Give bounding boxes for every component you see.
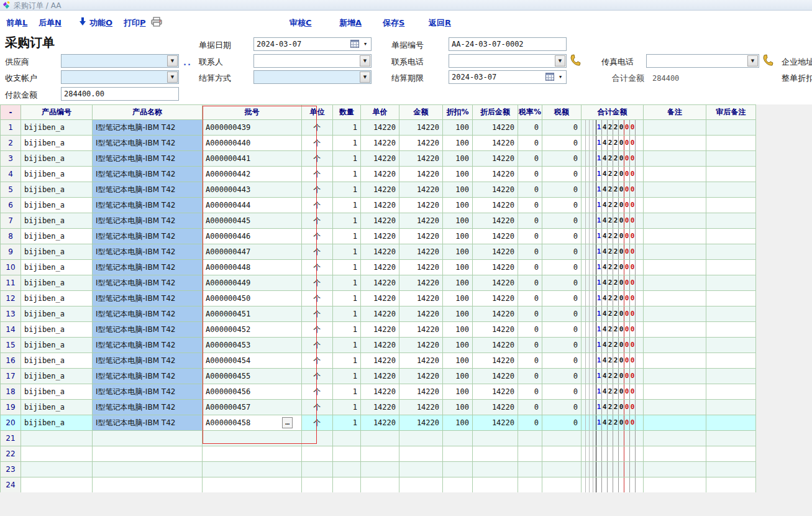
- cell-unit[interactable]: 个: [302, 322, 333, 338]
- cell-discount[interactable]: 100: [443, 244, 473, 260]
- cell-tax[interactable]: [542, 446, 582, 462]
- cell-amount[interactable]: 14220: [399, 322, 443, 338]
- cell-price[interactable]: 14220: [361, 322, 399, 338]
- cell-unit[interactable]: 个: [302, 229, 333, 244]
- cell-price[interactable]: [361, 446, 399, 462]
- cell-batch[interactable]: [203, 446, 302, 462]
- cell-tax[interactable]: 0: [542, 198, 582, 213]
- cell-product-code[interactable]: [21, 446, 93, 462]
- cell-unit[interactable]: 个: [302, 384, 333, 400]
- cell-tax-rate[interactable]: 0: [518, 136, 542, 151]
- cell-row-number[interactable]: 9: [1, 244, 21, 260]
- cell-tax[interactable]: 0: [542, 322, 582, 338]
- cell-audit-note[interactable]: [706, 400, 756, 415]
- cell-discount[interactable]: 100: [443, 338, 473, 353]
- cell-batch[interactable]: [203, 462, 302, 477]
- cell-qty[interactable]: 1: [333, 244, 361, 260]
- cell-qty[interactable]: 1: [333, 260, 361, 275]
- cell-product-name[interactable]: I型笔记本电脑-IBM T42: [93, 260, 203, 275]
- cell-tax[interactable]: 0: [542, 182, 582, 198]
- cell-discount[interactable]: 100: [443, 198, 473, 213]
- cell-discounted-amount[interactable]: 14220: [473, 415, 518, 431]
- cell-product-code[interactable]: bijiben_a: [21, 322, 93, 338]
- cell-amount[interactable]: [399, 477, 443, 493]
- cell-discounted-amount[interactable]: [473, 446, 518, 462]
- cell-total-amount[interactable]: 1422000: [582, 182, 644, 198]
- cell-product-name[interactable]: I型笔记本电脑-IBM T42: [93, 400, 203, 415]
- cell-product-name[interactable]: I型笔记本电脑-IBM T42: [93, 167, 203, 182]
- cell-audit-note[interactable]: [706, 338, 756, 353]
- cell-unit[interactable]: 个: [302, 338, 333, 353]
- cell-row-number[interactable]: 13: [1, 306, 21, 322]
- supplier-lookup-dots[interactable]: ..: [183, 58, 192, 67]
- cell-batch[interactable]: A000000443: [203, 182, 302, 198]
- cell-audit-note[interactable]: [706, 151, 756, 167]
- cell-discount[interactable]: 100: [443, 167, 473, 182]
- cell-audit-note[interactable]: [706, 229, 756, 244]
- cell-row-number[interactable]: 2: [1, 136, 21, 151]
- cell-product-name[interactable]: I型笔记本电脑-IBM T42: [93, 306, 203, 322]
- cell-row-number[interactable]: 5: [1, 182, 21, 198]
- cell-price[interactable]: 14220: [361, 415, 399, 431]
- cell-price[interactable]: 14220: [361, 338, 399, 353]
- cell-tax-rate[interactable]: 0: [518, 415, 542, 431]
- cell-discount[interactable]: 100: [443, 136, 473, 151]
- cell-amount[interactable]: 14220: [399, 353, 443, 369]
- cell-total-amount[interactable]: 1422000: [582, 275, 644, 291]
- doc-no-input[interactable]: AA-24-03-07-0002: [449, 37, 567, 51]
- cell-audit-note[interactable]: [706, 213, 756, 229]
- chevron-down-icon[interactable]: ▼: [747, 55, 758, 67]
- account-select[interactable]: ▼: [61, 70, 179, 84]
- cell-discounted-amount[interactable]: 14220: [473, 322, 518, 338]
- cell-audit-note[interactable]: [706, 120, 756, 136]
- cell-note[interactable]: [644, 384, 706, 400]
- cell-price[interactable]: 14220: [361, 151, 399, 167]
- save-button[interactable]: 保存S: [383, 17, 404, 29]
- functions-arrow-icon[interactable]: [79, 17, 86, 29]
- cell-qty[interactable]: 1: [333, 291, 361, 306]
- cell-row-number[interactable]: 21: [1, 431, 21, 446]
- cell-price[interactable]: 14220: [361, 384, 399, 400]
- cell-unit[interactable]: 个: [302, 182, 333, 198]
- cell-qty[interactable]: 1: [333, 275, 361, 291]
- cell-tax-rate[interactable]: 0: [518, 353, 542, 369]
- cell-discounted-amount[interactable]: [473, 477, 518, 493]
- cell-tax-rate[interactable]: 0: [518, 260, 542, 275]
- cell-total-amount[interactable]: 1422000: [582, 384, 644, 400]
- cell-product-code[interactable]: bijiben_a: [21, 198, 93, 213]
- cell-batch[interactable]: A000000445: [203, 213, 302, 229]
- cell-amount[interactable]: 14220: [399, 400, 443, 415]
- cell-product-code[interactable]: bijiben_a: [21, 182, 93, 198]
- cell-amount[interactable]: 14220: [399, 338, 443, 353]
- cell-discounted-amount[interactable]: 14220: [473, 120, 518, 136]
- cell-product-name[interactable]: I型笔记本电脑-IBM T42: [93, 244, 203, 260]
- cell-row-number[interactable]: 7: [1, 213, 21, 229]
- cell-product-name[interactable]: I型笔记本电脑-IBM T42: [93, 213, 203, 229]
- cell-tax[interactable]: 0: [542, 244, 582, 260]
- cell-product-name[interactable]: I型笔记本电脑-IBM T42: [93, 275, 203, 291]
- phone-icon[interactable]: [570, 54, 581, 69]
- cell-price[interactable]: 14220: [361, 167, 399, 182]
- cell-product-code[interactable]: bijiben_a: [21, 306, 93, 322]
- cell-batch[interactable]: A000000453: [203, 338, 302, 353]
- cell-qty[interactable]: 1: [333, 198, 361, 213]
- chevron-down-icon[interactable]: ▼: [360, 55, 370, 67]
- cell-product-code[interactable]: bijiben_a: [21, 229, 93, 244]
- cell-product-name[interactable]: I型笔记本电脑-IBM T42: [93, 229, 203, 244]
- cell-product-code[interactable]: bijiben_a: [21, 400, 93, 415]
- cell-batch[interactable]: A000000442: [203, 167, 302, 182]
- cell-amount[interactable]: 14220: [399, 120, 443, 136]
- cell-discount[interactable]: 100: [443, 151, 473, 167]
- cell-product-name[interactable]: [93, 431, 203, 446]
- chevron-down-icon[interactable]: ▼: [360, 71, 370, 83]
- cell-discount[interactable]: [443, 462, 473, 477]
- cell-qty[interactable]: [333, 477, 361, 493]
- cell-batch[interactable]: A000000441: [203, 151, 302, 167]
- cell-price[interactable]: 14220: [361, 244, 399, 260]
- cell-note[interactable]: [644, 431, 706, 446]
- cell-audit-note[interactable]: [706, 136, 756, 151]
- cell-note[interactable]: [644, 136, 706, 151]
- cell-price[interactable]: [361, 431, 399, 446]
- functions-button[interactable]: 功能O: [89, 17, 112, 29]
- cell-audit-note[interactable]: [706, 353, 756, 369]
